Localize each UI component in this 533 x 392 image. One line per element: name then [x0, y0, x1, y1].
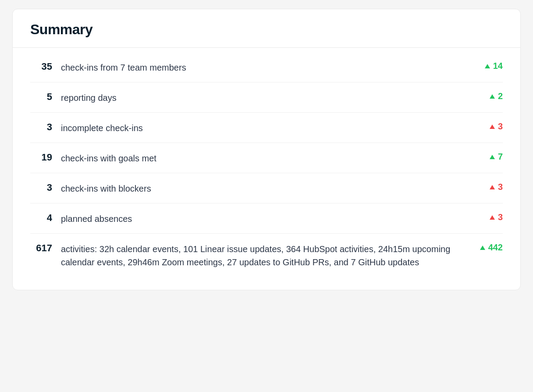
delta-triangle-icon	[490, 185, 495, 189]
delta-value: 442	[488, 242, 503, 253]
summary-row: 3incomplete check-ins3	[30, 113, 503, 143]
summary-delta: 3	[463, 121, 503, 132]
summary-row: 3check-ins with blockers3	[30, 173, 503, 203]
delta-value: 7	[498, 152, 503, 162]
summary-row: 617activities: 32h calendar events, 101 …	[30, 234, 503, 277]
delta-value: 3	[498, 121, 503, 132]
summary-delta: 14	[463, 60, 503, 71]
summary-count: 4	[30, 211, 61, 225]
summary-delta: 2	[463, 90, 503, 101]
summary-label: check-ins with goals met	[61, 151, 463, 165]
summary-label: check-ins with blockers	[61, 181, 463, 195]
summary-count: 5	[30, 90, 61, 104]
delta-triangle-icon	[485, 64, 490, 68]
page-title: Summary	[30, 21, 503, 38]
summary-label: incomplete check-ins	[61, 121, 463, 135]
delta-triangle-icon	[490, 94, 495, 99]
summary-label: check-ins from 7 team members	[61, 60, 463, 74]
delta-triangle-icon	[490, 125, 495, 129]
summary-delta: 3	[463, 211, 503, 222]
summary-count: 617	[30, 242, 61, 255]
summary-label: planned absences	[61, 211, 463, 225]
summary-row: 19check-ins with goals met7	[30, 143, 503, 173]
summary-count: 35	[30, 60, 61, 74]
delta-triangle-icon	[480, 246, 485, 250]
summary-delta: 442	[463, 242, 503, 253]
card-header: Summary	[13, 9, 520, 48]
delta-value: 2	[498, 91, 503, 101]
summary-delta: 3	[463, 181, 503, 192]
delta-triangle-icon	[490, 215, 495, 220]
summary-count: 3	[30, 121, 61, 134]
summary-row: 35check-ins from 7 team members14	[30, 52, 503, 82]
summary-count: 3	[30, 181, 61, 195]
summary-count: 19	[30, 151, 61, 164]
delta-triangle-icon	[490, 155, 495, 159]
delta-value: 3	[498, 182, 503, 192]
summary-list: 35check-ins from 7 team members145report…	[13, 48, 520, 290]
delta-value: 14	[493, 61, 503, 71]
delta-value: 3	[498, 212, 503, 222]
summary-label: reporting days	[61, 90, 463, 104]
summary-card: Summary 35check-ins from 7 team members1…	[12, 9, 521, 290]
summary-label: activities: 32h calendar events, 101 Lin…	[61, 242, 463, 269]
summary-row: 4planned absences3	[30, 203, 503, 234]
summary-row: 5reporting days2	[30, 82, 503, 113]
summary-delta: 7	[463, 151, 503, 162]
